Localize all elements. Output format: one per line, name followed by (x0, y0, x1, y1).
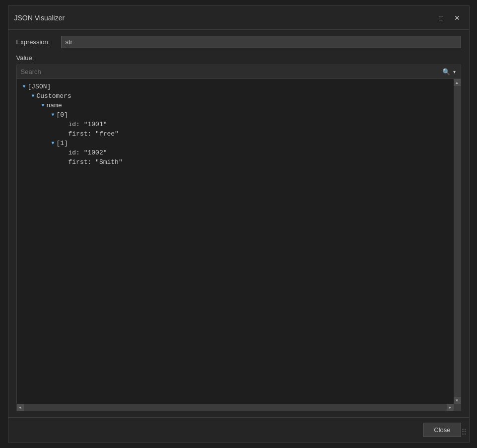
title-bar: JSON Visualizer □ ✕ (8, 6, 469, 30)
tree-node-first-smith: first: "Smith" (19, 157, 452, 167)
node-label-id-1002: id: "1002" (68, 149, 107, 156)
search-icon: 🔍 (442, 68, 450, 75)
maximize-icon: □ (439, 14, 443, 22)
tree-wrapper: 🔍 ▾ ▼ [JSON] ▼ Cus (16, 65, 461, 411)
value-label: Value: (16, 54, 461, 62)
dialog-content: Expression: Value: 🔍 ▾ (8, 30, 469, 417)
node-label-name: name (47, 102, 62, 109)
expression-label: Expression: (16, 38, 61, 46)
resize-dots-icon: ⠿ (461, 428, 467, 437)
expand-icon-customers: ▼ (30, 93, 37, 99)
node-label-root: [JSON] (28, 83, 51, 90)
expand-icon-root: ▼ (21, 84, 28, 89)
search-input[interactable] (21, 68, 440, 75)
title-bar-controls: □ ✕ (435, 12, 463, 24)
tree-node-first-free: first: "free" (19, 129, 452, 139)
tree-main: ▼ [JSON] ▼ Customers ▼ name (17, 79, 461, 404)
close-icon: ✕ (454, 14, 460, 22)
horizontal-scrollbar: ◄ ► (17, 404, 461, 411)
tree-node-id-1001: id: "1001" (19, 120, 452, 129)
node-label-first-smith: first: "Smith" (68, 158, 123, 166)
arrow-up-icon: ▲ (455, 80, 459, 85)
dropdown-icon: ▾ (453, 69, 456, 75)
maximize-button[interactable]: □ (435, 12, 447, 24)
dialog-footer: Close (8, 417, 469, 442)
expand-icon-name: ▼ (40, 103, 47, 108)
tree-data[interactable]: ▼ [JSON] ▼ Customers ▼ name (17, 79, 454, 404)
scroll-down-button[interactable]: ▼ (454, 397, 461, 404)
scroll-left-button[interactable]: ◄ (17, 404, 24, 411)
tree-node-index0[interactable]: ▼ [0] (19, 110, 452, 120)
search-button[interactable]: 🔍 (440, 67, 452, 76)
arrow-right-icon: ► (448, 405, 452, 410)
node-label-0: [0] (57, 111, 68, 119)
expand-icon-0: ▼ (50, 112, 57, 118)
arrow-down-icon: ▼ (455, 398, 459, 403)
arrow-left-icon: ◄ (18, 405, 22, 410)
expression-row: Expression: (16, 36, 461, 48)
scroll-v-track[interactable] (454, 86, 461, 397)
close-button[interactable]: Close (423, 423, 461, 437)
node-label-id-1001: id: "1001" (68, 121, 107, 128)
tree-node-id-1002: id: "1002" (19, 148, 452, 157)
expand-icon-1: ▼ (50, 141, 57, 146)
tree-node-index1[interactable]: ▼ [1] (19, 139, 452, 148)
scroll-up-button[interactable]: ▲ (454, 79, 461, 86)
tree-node-root[interactable]: ▼ [JSON] (19, 82, 452, 91)
search-bar: 🔍 ▾ (17, 65, 461, 79)
search-dropdown-button[interactable]: ▾ (452, 68, 457, 75)
node-label-customers: Customers (37, 92, 71, 100)
close-window-button[interactable]: ✕ (451, 12, 463, 24)
vertical-scrollbar: ▲ ▼ (454, 79, 461, 404)
node-label-1: [1] (57, 140, 68, 147)
node-label-first-free: first: "free" (68, 130, 119, 138)
dialog-title: JSON Visualizer (14, 14, 65, 22)
expression-input[interactable] (61, 36, 461, 48)
scroll-right-button[interactable]: ► (447, 404, 454, 411)
scrollbar-corner (454, 404, 461, 411)
json-visualizer-dialog: JSON Visualizer □ ✕ Expression: Value: 🔍 (8, 5, 470, 443)
tree-node-name[interactable]: ▼ name (19, 101, 452, 110)
scroll-h-track[interactable] (24, 404, 447, 411)
tree-node-customers[interactable]: ▼ Customers (19, 91, 452, 101)
